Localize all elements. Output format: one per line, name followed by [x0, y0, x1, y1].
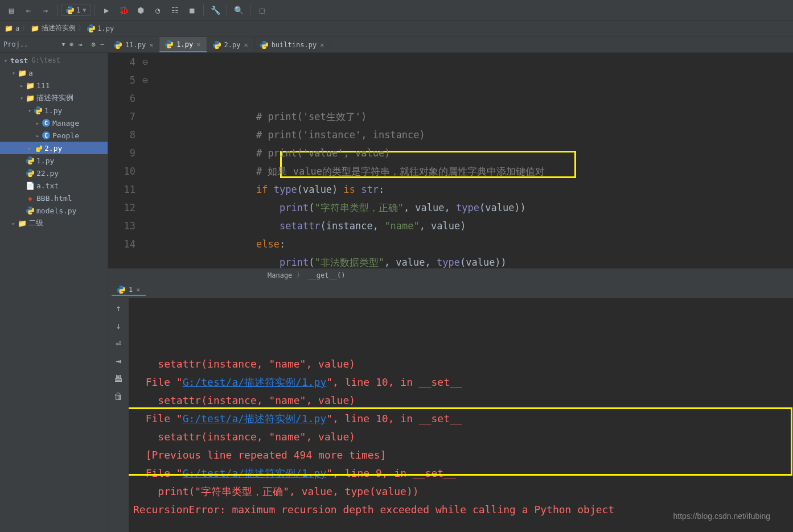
breadcrumb-root[interactable]: 📁a	[5, 24, 19, 32]
chevron-right-icon: 〉	[297, 270, 303, 280]
close-icon[interactable]: ✕	[244, 41, 248, 49]
file-link[interactable]: G:/test/a/描述符实例/1.py	[183, 376, 327, 388]
profile-icon[interactable]: ◔	[150, 2, 166, 18]
concurrent-icon[interactable]: ☷	[167, 2, 183, 18]
tree-item-label: 二级	[28, 218, 43, 228]
console-line: print("字符串类型，正确", value, type(value))	[133, 482, 788, 501]
tree-item[interactable]: ▾1.py	[0, 104, 108, 117]
editor-crumb-class[interactable]: Manage	[268, 271, 292, 279]
file-link[interactable]: G:/test/a/描述符实例/1.py	[183, 467, 327, 479]
target-icon[interactable]: ⊕	[69, 40, 73, 48]
expand-arrow-icon[interactable]: ▸	[34, 133, 41, 139]
tree-item[interactable]: ▸2.py	[0, 142, 108, 154]
tree-item[interactable]: ▾📁a	[0, 67, 108, 79]
editor-tabs: 11.py✕1.py✕2.py✕builtins.py✕	[108, 36, 793, 53]
text-icon: 📄	[25, 182, 35, 190]
tree-item[interactable]: models.py	[0, 204, 108, 217]
run-config-selector[interactable]: 1 ▼	[61, 5, 91, 16]
code-line[interactable]: # print('instance', instance)	[154, 126, 793, 144]
expand-arrow-icon[interactable]: ▾	[26, 108, 33, 114]
editor-tab[interactable]: 11.py✕	[108, 37, 159, 52]
code-line[interactable]: # 如果 value的类型是字符串，就往对象的属性字典中添加键值对	[154, 162, 793, 180]
close-icon[interactable]: ✕	[149, 41, 153, 49]
expand-arrow-icon[interactable]: ▸	[10, 220, 17, 226]
class-icon: C	[41, 119, 51, 127]
run-tabs: 1 ✕	[108, 282, 793, 298]
editor-tab[interactable]: 2.py✕	[207, 37, 254, 52]
breadcrumb-file[interactable]: 1.py	[87, 24, 114, 32]
wrench-icon[interactable]: 🔧	[207, 2, 223, 18]
menu-icon[interactable]: ▤	[3, 2, 19, 18]
tree-item[interactable]: ◈BBB.html	[0, 192, 108, 204]
run-tab[interactable]: 1 ✕	[112, 284, 146, 296]
breadcrumb-folder[interactable]: 📁描述符实例	[31, 23, 76, 33]
code-line[interactable]: if type(value) is str:	[154, 180, 793, 199]
close-icon[interactable]: ✕	[196, 40, 200, 48]
nav-breadcrumb: 📁a 〉 📁描述符实例 〉 1.py	[0, 20, 793, 36]
tree-item[interactable]: 📄a.txt	[0, 179, 108, 192]
forward-icon[interactable]: →	[38, 2, 54, 18]
python-icon	[87, 24, 95, 32]
collapse-icon[interactable]: ⇥	[78, 40, 82, 48]
expand-arrow-icon[interactable]: ▸	[34, 120, 41, 126]
expand-arrow-icon[interactable]: ▾	[18, 95, 25, 101]
console-line	[133, 519, 788, 532]
code-line[interactable]: # print('set生效了')	[154, 108, 793, 126]
tab-label: builtins.py	[272, 41, 317, 49]
search-icon[interactable]: 🔍	[231, 2, 246, 18]
tree-item[interactable]: 22.py	[0, 167, 108, 179]
editor-breadcrumb: Manage 〉 __get__()	[108, 268, 793, 282]
debug-icon[interactable]: 🐞	[116, 2, 132, 18]
code-line[interactable]: # print('value', value)	[154, 144, 793, 162]
code-editor[interactable]: 4567891011121314 ⊖⊖ # print('set生效了')# p…	[108, 53, 793, 268]
back-icon[interactable]: ←	[20, 2, 36, 18]
close-icon[interactable]: ✕	[136, 286, 140, 294]
editor-crumb-method[interactable]: __get__()	[308, 271, 345, 279]
close-icon[interactable]: ✕	[320, 41, 324, 49]
tree-item[interactable]: ▾📁描述符实例	[0, 92, 108, 104]
coverage-icon[interactable]: ⬢	[133, 2, 149, 18]
editor-tab[interactable]: 1.py✕	[159, 37, 207, 52]
run-sidebar: ↑ ↓ ⏎ ⇥ 🖶 🗑	[108, 298, 129, 532]
code-line[interactable]: else:	[154, 235, 793, 253]
html-icon: ◈	[25, 194, 35, 203]
tree-item[interactable]: ▸CManage	[0, 117, 108, 129]
scroll-icon[interactable]: ⇥	[116, 356, 121, 366]
tree-item[interactable]: ▸CPeople	[0, 129, 108, 142]
tree-item-label: a	[28, 69, 33, 77]
hide-icon[interactable]: −	[100, 40, 104, 48]
structure-icon[interactable]: ⬚	[254, 2, 270, 18]
run-icon[interactable]: ▶	[98, 2, 114, 18]
expand-arrow-icon[interactable]: ▾	[2, 57, 9, 64]
wrap-icon[interactable]: ⏎	[116, 338, 121, 349]
console-output[interactable]: setattr(instance, "name", value) File "G…	[129, 298, 793, 532]
stop-icon[interactable]: ■	[184, 2, 200, 18]
expand-arrow-icon[interactable]: ▾	[10, 70, 17, 76]
svg-point-1	[71, 13, 71, 13]
class-icon: C	[41, 131, 51, 139]
main-toolbar: ▤ ← → 1 ▼ ▶ 🐞 ⬢ ◔ ☷ ■ 🔧 🔍 ⬚	[0, 0, 793, 20]
file-link[interactable]: G:/test/a/描述符实例/1.py	[183, 413, 327, 424]
code-line[interactable]: setattr(instance, "name", value)	[154, 217, 793, 235]
code-content[interactable]: # print('set生效了')# print('instance', ins…	[154, 53, 793, 268]
trash-icon[interactable]: 🗑	[114, 391, 123, 402]
up-icon[interactable]: ↑	[116, 303, 121, 314]
tree-root[interactable]: ▾ test G:\test	[0, 54, 108, 67]
python-icon	[25, 156, 35, 164]
tab-label: 1.py	[176, 40, 193, 48]
code-line[interactable]: print("非法数据类型", value, type(value))	[154, 253, 793, 268]
sidebar-header: Proj.. ▼ ⊕ ⇥ ⚙ −	[0, 36, 108, 53]
code-line[interactable]: print("字符串类型，正确", value, type(value))	[154, 199, 793, 217]
tree-item[interactable]: 1.py	[0, 154, 108, 167]
tree-item[interactable]: ▸📁二级	[0, 217, 108, 229]
chevron-right-icon: 〉	[22, 23, 28, 33]
gear-icon[interactable]: ⚙	[92, 40, 96, 48]
expand-arrow-icon[interactable]: ▸	[18, 83, 25, 89]
down-icon[interactable]: ↓	[116, 320, 121, 331]
folder-icon: 📁	[17, 219, 27, 228]
print-icon[interactable]: 🖶	[114, 373, 123, 384]
python-icon	[25, 207, 35, 215]
editor-tab[interactable]: builtins.py✕	[254, 37, 331, 52]
expand-arrow-icon[interactable]: ▸	[26, 145, 33, 151]
tree-item[interactable]: ▸📁111	[0, 79, 108, 92]
